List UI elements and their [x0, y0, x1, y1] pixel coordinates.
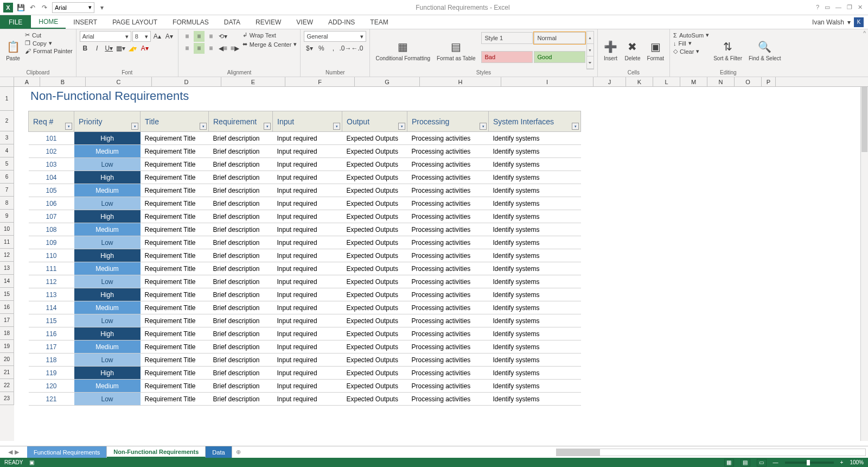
view-normal-icon[interactable]: ▦ [724, 459, 734, 466]
table-cell[interactable]: Requirement Title [141, 301, 209, 314]
table-cell[interactable]: Input required [273, 132, 342, 145]
table-cell[interactable]: Identify systems [489, 236, 581, 249]
table-cell[interactable]: 117 [29, 340, 74, 354]
find-select-button[interactable]: 🔍Find & Select [746, 31, 783, 70]
column-header-L[interactable]: L [653, 77, 680, 86]
table-cell[interactable]: Expected Outputs [342, 249, 407, 262]
home-tab[interactable]: HOME [31, 15, 66, 29]
table-cell[interactable]: Identify systems [489, 354, 581, 367]
column-header-K[interactable]: K [626, 77, 653, 86]
table-cell[interactable]: Brief description [209, 314, 273, 327]
table-cell[interactable]: Identify systems [489, 145, 581, 158]
table-cell[interactable]: Processing activities [407, 393, 489, 406]
table-cell[interactable]: Requirement Title [141, 262, 209, 275]
hscroll-thumb[interactable] [557, 449, 600, 456]
autosum-button[interactable]: ΣAutoSum▾ [673, 31, 709, 39]
table-row[interactable]: 102MediumRequirement TitleBrief descript… [29, 145, 581, 158]
table-cell[interactable]: Brief description [209, 132, 273, 145]
zoom-slider[interactable] [785, 462, 834, 464]
select-all-corner[interactable] [0, 77, 14, 86]
decrease-indent-icon[interactable]: ◀≡ [218, 43, 228, 54]
table-cell[interactable]: Expected Outputs [342, 262, 407, 275]
table-cell[interactable]: Input required [273, 145, 342, 158]
help-icon[interactable]: ? [816, 4, 819, 11]
table-cell[interactable]: Input required [273, 275, 342, 288]
table-cell[interactable]: Processing activities [407, 380, 489, 393]
gallery-down-icon[interactable]: ▼ [587, 44, 593, 56]
table-header[interactable]: Processing▾ [407, 111, 489, 132]
table-cell[interactable]: 110 [29, 249, 74, 262]
filter-button-icon[interactable]: ▾ [572, 123, 579, 130]
table-cell[interactable]: Brief description [209, 262, 273, 275]
table-row[interactable]: 113HighRequirement TitleBrief descriptio… [29, 288, 581, 301]
column-header-M[interactable]: M [680, 77, 707, 86]
row-header-3[interactable]: 3 [0, 131, 14, 144]
table-cell[interactable]: Requirement Title [141, 184, 209, 197]
table-cell[interactable]: Expected Outputs [342, 223, 407, 236]
table-row[interactable]: 104HighRequirement TitleBrief descriptio… [29, 171, 581, 184]
table-cell[interactable]: Expected Outputs [342, 132, 407, 145]
row-header-23[interactable]: 23 [0, 392, 14, 405]
column-header-D[interactable]: D [152, 77, 221, 86]
table-cell[interactable]: 103 [29, 158, 74, 171]
table-header[interactable]: Input▾ [273, 111, 342, 132]
view-tab[interactable]: VIEW [289, 15, 321, 29]
table-cell[interactable]: Low [74, 158, 141, 171]
table-cell[interactable]: Processing activities [407, 314, 489, 327]
table-cell[interactable]: Low [74, 314, 141, 327]
file-tab[interactable]: FILE [0, 15, 31, 29]
table-cell[interactable]: Identify systems [489, 340, 581, 354]
row-header-21[interactable]: 21 [0, 366, 14, 379]
column-header-G[interactable]: G [355, 77, 420, 86]
new-sheet-button[interactable]: ⊕ [232, 446, 245, 458]
grid-cells[interactable]: Non-Functional Requirements Req #▾Priori… [14, 87, 868, 441]
table-cell[interactable]: Identify systems [489, 197, 581, 210]
table-header[interactable]: System Interfaces▾ [489, 111, 581, 132]
align-top-icon[interactable]: ≡ [182, 31, 193, 42]
style-good[interactable]: Good [534, 51, 585, 63]
column-header-B[interactable]: B [40, 77, 86, 86]
table-header[interactable]: Priority▾ [74, 111, 141, 132]
number-format-combo[interactable]: General▾ [304, 31, 366, 42]
row-header-4[interactable]: 4 [0, 144, 14, 157]
column-header-I[interactable]: I [501, 77, 593, 86]
page-layout-tab[interactable]: PAGE LAYOUT [105, 15, 165, 29]
filter-button-icon[interactable]: ▾ [65, 123, 72, 130]
table-cell[interactable]: Expected Outputs [342, 367, 407, 380]
table-cell[interactable]: Requirement Title [141, 132, 209, 145]
table-cell[interactable]: 116 [29, 327, 74, 340]
row-header-8[interactable]: 8 [0, 197, 14, 210]
vertical-scrollbar[interactable] [860, 87, 868, 441]
table-cell[interactable]: Processing activities [407, 288, 489, 301]
filter-button-icon[interactable]: ▾ [480, 123, 487, 130]
table-cell[interactable]: 120 [29, 380, 74, 393]
table-cell[interactable]: Expected Outputs [342, 197, 407, 210]
zoom-value[interactable]: 100% [850, 459, 864, 465]
table-cell[interactable]: Expected Outputs [342, 301, 407, 314]
increase-indent-icon[interactable]: ≡▶ [229, 43, 240, 54]
align-left-icon[interactable]: ≡ [182, 43, 193, 54]
table-row[interactable]: 115LowRequirement TitleBrief description… [29, 314, 581, 327]
table-cell[interactable]: Identify systems [489, 367, 581, 380]
table-cell[interactable]: Identify systems [489, 380, 581, 393]
insert-cells-button[interactable]: ➕Insert [601, 31, 621, 70]
table-cell[interactable]: Processing activities [407, 184, 489, 197]
table-cell[interactable]: Requirement Title [141, 249, 209, 262]
table-row[interactable]: 108MediumRequirement TitleBrief descript… [29, 223, 581, 236]
table-cell[interactable]: Low [74, 236, 141, 249]
view-page-layout-icon[interactable]: ▤ [741, 459, 750, 466]
table-cell[interactable]: Expected Outputs [342, 354, 407, 367]
table-cell[interactable]: Input required [273, 262, 342, 275]
table-cell[interactable]: Requirement Title [141, 367, 209, 380]
table-cell[interactable]: Requirement Title [141, 393, 209, 406]
paste-button[interactable]: 📋 Paste [3, 31, 23, 70]
table-cell[interactable]: Expected Outputs [342, 236, 407, 249]
table-cell[interactable]: Requirement Title [141, 158, 209, 171]
align-center-icon[interactable]: ≡ [194, 43, 205, 54]
table-cell[interactable]: Input required [273, 197, 342, 210]
worksheet-grid[interactable]: 1234567891011121314151617181920212223 No… [0, 87, 868, 441]
table-cell[interactable]: Expected Outputs [342, 210, 407, 223]
table-cell[interactable]: 121 [29, 393, 74, 406]
row-header-7[interactable]: 7 [0, 184, 14, 197]
table-cell[interactable]: 119 [29, 367, 74, 380]
